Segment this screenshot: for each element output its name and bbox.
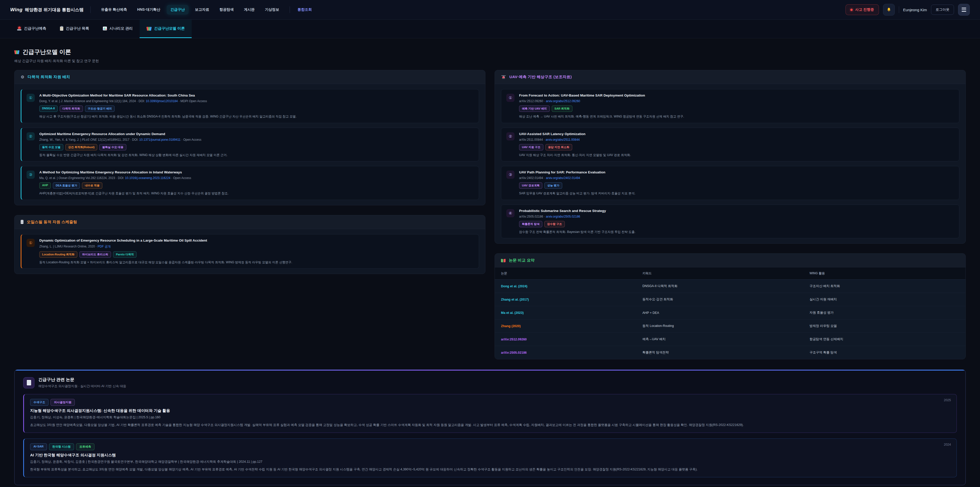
tab-3[interactable]: 긴급구난모델 이론: [140, 20, 192, 38]
document-icon-box: [23, 377, 35, 388]
meta-text: Dong, Y. et al. |: [39, 99, 61, 103]
paper-item: ③UAV Path Planning for SAR: Performance …: [501, 166, 959, 200]
doi-link[interactable]: arxiv.org/abs/2512.09260: [546, 99, 580, 103]
paper-number-badge: ③: [27, 171, 35, 179]
doi-link[interactable]: 10.1371/journal.pone.0189411: [139, 138, 181, 142]
panel-purple: UAV·예측 기반 해상구조 (보조자료)①From Forecast to A…: [495, 70, 966, 244]
tag-list: 수색구조의사결정지원: [30, 399, 950, 406]
table-row: arXiv:2505.02186확률론적 탐색전략구조구역 확률 탐색: [495, 346, 966, 359]
paper-title: Dynamic Optimization of Emergency Resour…: [39, 238, 474, 242]
books-icon: [14, 50, 19, 54]
paper-name-cell[interactable]: arXiv:2505.02186: [495, 346, 636, 359]
document-icon: [27, 380, 31, 385]
paper-number-badge: ①: [27, 239, 35, 247]
wing-usage-cell: 구조자산 배치 최적화: [803, 279, 966, 293]
doi-link[interactable]: 10.1016/j.oceaneng.2023.116224: [125, 176, 170, 180]
paper-description: 해상 사고 후 구조자원(구조선·항공기) 배치 최적화. 비용·응답시간 동시…: [39, 114, 474, 119]
doi-link[interactable]: arxiv.org/abs/2505.02186: [546, 215, 580, 218]
paper-meta: arXiv:2402.01494 · arxiv.org/abs/2402.01…: [519, 176, 954, 180]
nav-item-3[interactable]: 보고자료: [191, 5, 213, 14]
header-divider: [90, 6, 91, 13]
paper-description: SAR 임무용 UAV 경로계획 알고리즘 성능 비교 평가. 탐색 커버리지·…: [519, 191, 954, 196]
panel-body: ①A Multi-Objective Optimization Method f…: [14, 84, 485, 205]
nav-item-0[interactable]: 유출유 확산예측: [97, 5, 131, 14]
related-papers-header: 긴급구난 관련 논문 해양수색구조 의사결정지원 · 실시간 데이터·AI 기반…: [23, 377, 957, 388]
doi-link[interactable]: arxiv.org/abs/2511.00844: [546, 138, 580, 142]
paper-year: 2024: [944, 443, 951, 446]
panel-orange: 오일스필 동적 자원 스케줄링①Dynamic Optimization of …: [14, 215, 485, 274]
left-column: ⚙다목적 최적화 자원 배치①A Multi-Objective Optimiz…: [14, 70, 485, 274]
logout-button[interactable]: 로그아웃: [931, 5, 954, 15]
menu-button[interactable]: [958, 4, 970, 16]
doi-link[interactable]: 10.3390/jmse12010184: [146, 99, 178, 103]
tab-1[interactable]: 긴급구난 목록: [53, 20, 96, 38]
related-papers-subtitle: 해양수색구조 의사결정지원 · 실시간 데이터·AI 기반 신속 대응: [38, 384, 126, 388]
related-paper-title: AI 기반 한국형 해양수색구조 의사결정 지원시스템: [30, 453, 950, 458]
tab-0[interactable]: 긴급구난예측: [10, 20, 53, 38]
column-header: WING 활용: [803, 267, 966, 279]
paper-item: ②Optimized Maritime Emergency Resource A…: [21, 128, 479, 162]
paper-title: UAV Path Planning for SAR: Performance E…: [519, 170, 954, 174]
paper-name-cell[interactable]: Zhang (2020): [495, 319, 636, 333]
sub-tab-bar: 긴급구난예측긴급구난 목록시나리오 관리긴급구난모델 이론: [0, 20, 980, 38]
paper-description: 동적·불확실 수요 반영 긴급구난 자원 배치 다목적 최적화 및 강건 최적화…: [39, 153, 474, 158]
tag-chip: 내수로 적용: [82, 182, 102, 189]
tag-chip: AI·SAR: [30, 443, 47, 450]
table-row: Zhang (2020)동적 Location-Routing방제정 라우팅 모…: [495, 319, 966, 333]
nav-item-integrated-search[interactable]: 통합조회: [297, 5, 313, 14]
comparison-header: 논문 비교 요약: [495, 254, 966, 267]
user-name: Eunjeong Kim: [903, 8, 927, 12]
paper-number-badge: ①: [27, 94, 35, 102]
doi-link[interactable]: arxiv.org/abs/2402.01494: [546, 176, 580, 180]
tag-chip: 한국형 시스템: [49, 443, 74, 450]
paper-body: UAV-Assisted SAR Latency OptimizationarX…: [519, 132, 954, 158]
paper-name-cell[interactable]: Ma et al. (2023): [495, 306, 636, 319]
notification-button[interactable]: [883, 4, 895, 16]
paper-meta: Zhang, L. | LJMU Research Online, 2020 ·…: [39, 244, 474, 249]
table-row: Ma et al. (2023)AHP + DEA자원 효율성 평가: [495, 306, 966, 319]
keyword-cell: 확률론적 탐색전략: [636, 346, 803, 359]
tag-chip: UAV 지원 구조: [519, 144, 543, 150]
tab-2[interactable]: 시나리오 관리: [96, 20, 140, 38]
gear-icon: ⚙: [21, 75, 24, 79]
comparison-title: 논문 비교 요약: [509, 258, 535, 263]
wing-usage-cell: 자원 효율성 평가: [803, 306, 966, 319]
content-grid: ⚙다목적 최적화 자원 배치①A Multi-Objective Optimiz…: [0, 70, 980, 359]
siren-icon: [17, 27, 21, 30]
paper-body: A Method for Optimizing Maritime Emergen…: [39, 170, 474, 196]
paper-name-cell[interactable]: Dong et al. (2024): [495, 279, 636, 293]
paper-item: ②UAV-Assisted SAR Latency Optimizationar…: [501, 128, 959, 162]
column-header: 키워드: [636, 267, 803, 279]
related-paper-card: 2024AI·SAR한국형 시스템표류예측AI 기반 한국형 해양수색구조 의사…: [23, 439, 957, 477]
paper-item: ①Dynamic Optimization of Emergency Resou…: [21, 234, 479, 269]
paper-name-cell[interactable]: arXiv:2512.09260: [495, 333, 636, 346]
table-row: arXiv:2512.09260예측→UAV 배치항공탐색 연동 선제배치: [495, 333, 966, 346]
tag-list: AI·SAR한국형 시스템표류예측: [30, 443, 950, 450]
tag-chip: 확률론적 탐색: [519, 221, 542, 227]
related-papers-list: 2025수색구조의사결정지원지능형 해양수색구조 의사결정지원시스템: 신속한 …: [23, 394, 957, 477]
meta-text: · Open Access: [170, 176, 191, 180]
page-subtitle: 해상 긴급구난 자원 배치·최적화 이론 및 참고 연구 문헌: [14, 59, 966, 63]
meta-text: Zhang, L. | LJMU Research Online, 2020 ·: [39, 245, 98, 248]
paper-meta: arXiv:2512.09260 · arxiv.org/abs/2512.09…: [519, 99, 954, 103]
panel-title: 오일스필 동적 자원 스케줄링: [27, 220, 77, 225]
nav-item-5[interactable]: 게시판: [240, 5, 259, 14]
tag-list: UAV 지원 구조응답 지연 최소화: [519, 144, 954, 150]
tag-chip: DNSGA-II: [39, 105, 58, 112]
nav-item-2[interactable]: 긴급구난: [167, 5, 189, 14]
column-header: 논문: [495, 267, 636, 279]
paper-body: Optimized Maritime Emergency Resource Al…: [39, 132, 474, 158]
nav-item-1[interactable]: HNS·대기확산: [134, 5, 164, 14]
tag-chip: 응답 지연 최소화: [546, 144, 572, 150]
paper-number-badge: ④: [506, 209, 514, 217]
paper-title: From Forecast to Action: UAV-Based Marit…: [519, 93, 954, 97]
nav-item-6[interactable]: 기상정보: [261, 5, 283, 14]
meta-text: 12(12):e0189411, 2017 · DOI:: [97, 138, 139, 142]
meta-text: Ma, Q. et al. |: [39, 176, 59, 180]
doi-link[interactable]: PDF 공개: [98, 245, 111, 248]
panel-header: 오일스필 동적 자원 스케줄링: [14, 215, 485, 229]
tag-chip: 하이브리드 휴리스틱: [80, 251, 111, 258]
nav-item-4[interactable]: 항공탐색: [216, 5, 238, 14]
paper-name-cell[interactable]: Zhang et al. (2017): [495, 293, 636, 306]
incident-status-badge: 사고 진행중: [845, 4, 879, 15]
